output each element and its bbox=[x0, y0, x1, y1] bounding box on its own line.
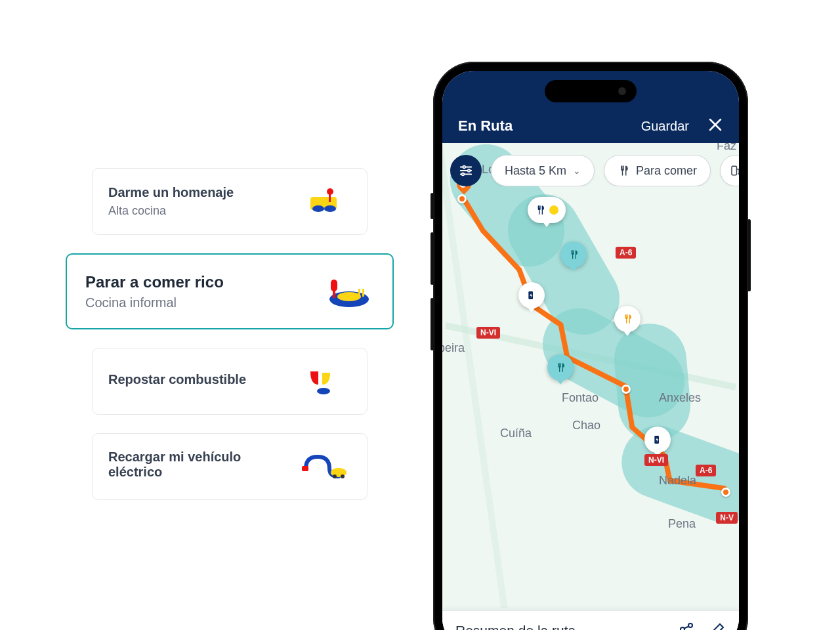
svg-point-14 bbox=[333, 474, 337, 478]
svg-rect-8 bbox=[333, 290, 335, 298]
town-label: Faz bbox=[717, 143, 736, 153]
chevron-down-icon: ⌄ bbox=[573, 165, 581, 176]
distance-chip[interactable]: Hasta 5 Km ⌄ bbox=[491, 155, 595, 186]
road-badge: N-V bbox=[716, 512, 738, 524]
phone-notch bbox=[545, 80, 637, 102]
fuel-pump-icon bbox=[730, 165, 739, 177]
svg-point-1 bbox=[312, 205, 324, 212]
option-title: Darme un homenaje bbox=[108, 185, 299, 200]
svg-point-11 bbox=[317, 388, 330, 394]
poi-charger[interactable] bbox=[518, 282, 545, 308]
svg-rect-12 bbox=[302, 466, 308, 471]
chip-label: Hasta 5 Km bbox=[505, 164, 566, 178]
svg-rect-26 bbox=[732, 166, 737, 175]
town-label: Fontao bbox=[562, 391, 598, 405]
town-label: beira bbox=[442, 341, 465, 355]
option-refuel[interactable]: Repostar combustible bbox=[92, 348, 368, 415]
star-badge-icon bbox=[549, 205, 558, 215]
casual-food-icon bbox=[322, 272, 374, 311]
ev-charge-icon bbox=[299, 447, 351, 486]
close-icon[interactable] bbox=[707, 117, 723, 135]
map-view[interactable]: Louzaneta Faz beira Fontao Anxeles Cuíña… bbox=[442, 143, 739, 610]
road-badge: N-VI bbox=[644, 454, 668, 466]
app-title: En Ruta bbox=[458, 117, 513, 135]
chip-label: Para comer bbox=[636, 164, 697, 178]
option-ev-charge[interactable]: Recargar mi vehículo eléctrico bbox=[92, 433, 368, 500]
filter-chip-row: Hasta 5 Km ⌄ Para comer bbox=[450, 155, 739, 186]
filter-button[interactable] bbox=[450, 155, 482, 186]
route-waypoint[interactable] bbox=[621, 385, 631, 394]
svg-point-25 bbox=[462, 173, 465, 176]
town-label: Pena bbox=[668, 517, 696, 531]
option-casual-food[interactable]: Parar a comer rico Cocina informal bbox=[66, 253, 394, 329]
phone-power-button bbox=[747, 219, 751, 291]
svg-rect-4 bbox=[329, 193, 331, 202]
svg-point-2 bbox=[324, 205, 336, 212]
option-haute-cuisine[interactable]: Darme un homenaje Alta cocina bbox=[92, 168, 368, 235]
route-waypoint[interactable] bbox=[721, 488, 730, 497]
option-title: Parar a comer rico bbox=[85, 273, 322, 291]
road-badge: N-VI bbox=[476, 327, 500, 339]
option-subtitle: Cocina informal bbox=[85, 295, 322, 310]
fuel-icon bbox=[299, 362, 351, 401]
road-badge: A-6 bbox=[616, 247, 636, 259]
fuel-chip[interactable] bbox=[720, 155, 739, 186]
poi-food-featured[interactable] bbox=[528, 197, 566, 223]
phone-silent-switch bbox=[430, 193, 434, 219]
option-title: Repostar combustible bbox=[108, 372, 299, 387]
haute-cuisine-icon bbox=[299, 182, 351, 221]
svg-rect-7 bbox=[331, 280, 337, 291]
svg-point-21 bbox=[463, 166, 465, 169]
route-line bbox=[442, 143, 739, 610]
poi-food[interactable] bbox=[547, 354, 574, 381]
poi-food[interactable] bbox=[614, 306, 640, 332]
share-icon[interactable] bbox=[679, 621, 694, 631]
town-label: Anxeles bbox=[659, 391, 701, 405]
route-summary-sheet[interactable]: Resumen de la ruta bbox=[442, 610, 739, 630]
town-label: Chao bbox=[572, 419, 600, 432]
svg-rect-10 bbox=[362, 289, 364, 297]
town-label: Nadela bbox=[659, 474, 696, 488]
road-badge: A-6 bbox=[696, 465, 716, 476]
poi-food[interactable] bbox=[560, 242, 587, 268]
stop-reason-options: Darme un homenaje Alta cocina Parar a co… bbox=[66, 168, 394, 500]
svg-point-27 bbox=[681, 627, 684, 631]
poi-charger[interactable] bbox=[644, 427, 671, 453]
svg-point-28 bbox=[688, 623, 692, 627]
eat-chip[interactable]: Para comer bbox=[604, 155, 711, 186]
phone-volume-down bbox=[430, 298, 434, 350]
svg-line-30 bbox=[684, 626, 689, 628]
edit-icon[interactable] bbox=[710, 621, 726, 631]
svg-point-15 bbox=[341, 474, 345, 478]
sheet-title: Resumen de la ruta bbox=[455, 623, 576, 631]
option-title: Recargar mi vehículo eléctrico bbox=[108, 450, 279, 480]
svg-rect-9 bbox=[358, 289, 360, 297]
svg-point-6 bbox=[337, 292, 361, 301]
phone-volume-up bbox=[430, 232, 434, 285]
town-label: Cuíña bbox=[500, 427, 532, 440]
save-button[interactable]: Guardar bbox=[641, 119, 689, 134]
option-subtitle: Alta cocina bbox=[108, 204, 299, 218]
phone-screen: En Ruta Guardar bbox=[442, 71, 739, 630]
route-waypoint[interactable] bbox=[457, 194, 467, 203]
svg-point-23 bbox=[468, 169, 471, 172]
phone-frame: En Ruta Guardar bbox=[433, 62, 748, 630]
fork-knife-icon bbox=[618, 165, 629, 177]
